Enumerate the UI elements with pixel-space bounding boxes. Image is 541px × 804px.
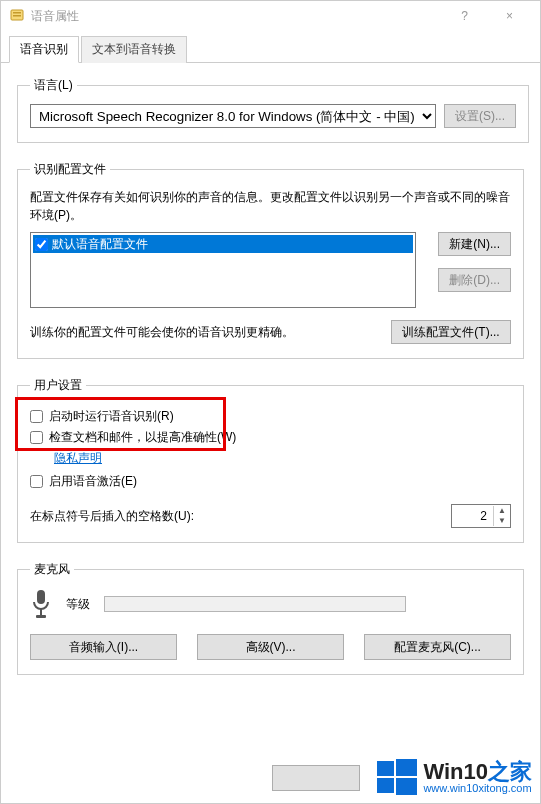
svg-rect-4 [40,609,42,615]
review-docs-row[interactable]: 检查文档和邮件，以提高准确性(W) [30,429,511,446]
microphone-icon [30,588,52,620]
profile-item-default[interactable]: 默认语音配置文件 [33,235,413,253]
app-icon [9,8,25,24]
group-user-settings: 用户设置 启动时运行语音识别(R) 检查文档和邮件，以提高准确性(W) 隐私声明… [17,377,524,543]
run-at-startup-checkbox[interactable] [30,410,43,423]
voice-activation-label: 启用语音激活(E) [49,473,137,490]
voice-activation-row[interactable]: 启用语音激活(E) [30,473,511,490]
watermark: Win10之家 www.win10xitong.com [377,757,532,797]
watermark-brand-a: Win10 [423,759,488,784]
run-at-startup-label: 启动时运行语音识别(R) [49,408,174,425]
legend-user-settings: 用户设置 [30,377,86,394]
mic-level-meter [104,596,406,612]
svg-rect-5 [36,615,46,618]
svg-rect-1 [13,12,21,14]
privacy-link[interactable]: 隐私声明 [54,451,102,465]
svg-rect-3 [37,590,45,604]
profile-item-checkbox[interactable] [35,238,48,251]
svg-rect-8 [377,778,394,793]
audio-input-button[interactable]: 音频输入(I)... [30,634,177,660]
svg-rect-9 [396,778,417,795]
tab-speech-recognition[interactable]: 语音识别 [9,36,79,63]
legend-profiles: 识别配置文件 [30,161,110,178]
group-language: 语言(L) Microsoft Speech Recognizer 8.0 fo… [17,77,529,143]
svg-rect-6 [377,761,394,776]
help-button[interactable]: ? [442,1,487,31]
voice-activation-checkbox[interactable] [30,475,43,488]
titlebar: 语音属性 ? × [1,1,540,31]
group-profiles: 识别配置文件 配置文件保存有关如何识别你的声音的信息。更改配置文件以识别另一个声… [17,161,524,359]
train-profile-button[interactable]: 训练配置文件(T)... [391,320,511,344]
configure-mic-button[interactable]: 配置麦克风(C)... [364,634,511,660]
svg-rect-2 [13,15,21,17]
mic-level-label: 等级 [66,596,90,613]
profile-item-label: 默认语音配置文件 [52,236,148,253]
svg-rect-7 [396,759,417,776]
train-hint: 训练你的配置文件可能会使你的语音识别更精确。 [30,323,383,341]
close-button[interactable]: × [487,1,532,31]
window-title: 语音属性 [31,8,442,25]
spin-up-icon[interactable]: ▲ [494,506,510,516]
watermark-brand-b: 之家 [488,759,532,784]
spaces-value: 2 [452,509,493,523]
legend-microphone: 麦克风 [30,561,74,578]
profile-delete-button[interactable]: 删除(D)... [438,268,511,292]
watermark-url: www.win10xitong.com [423,783,532,794]
profiles-description: 配置文件保存有关如何识别你的声音的信息。更改配置文件以识别另一个声音或不同的噪音… [30,188,511,224]
review-docs-checkbox[interactable] [30,431,43,444]
profiles-list[interactable]: 默认语音配置文件 [30,232,416,308]
tab-tts[interactable]: 文本到语音转换 [81,36,187,63]
tab-strip: 语音识别 文本到语音转换 [1,31,540,63]
spin-down-icon[interactable]: ▼ [494,516,510,526]
profile-new-button[interactable]: 新建(N)... [438,232,511,256]
legend-language: 语言(L) [30,77,77,94]
review-docs-label: 检查文档和邮件，以提高准确性(W) [49,429,236,446]
language-select[interactable]: Microsoft Speech Recognizer 8.0 for Wind… [30,104,436,128]
advanced-button[interactable]: 高级(V)... [197,634,344,660]
spaces-label: 在标点符号后插入的空格数(U): [30,508,443,525]
group-microphone: 麦克风 等级 音频输入(I)... 高级(V)... 配置麦克风(C)... [17,561,524,675]
run-at-startup-row[interactable]: 启动时运行语音识别(R) [30,408,511,425]
language-settings-button[interactable]: 设置(S)... [444,104,516,128]
ok-button[interactable] [272,765,360,791]
windows-logo-icon [377,757,417,797]
spaces-spinner[interactable]: 2 ▲ ▼ [451,504,511,528]
